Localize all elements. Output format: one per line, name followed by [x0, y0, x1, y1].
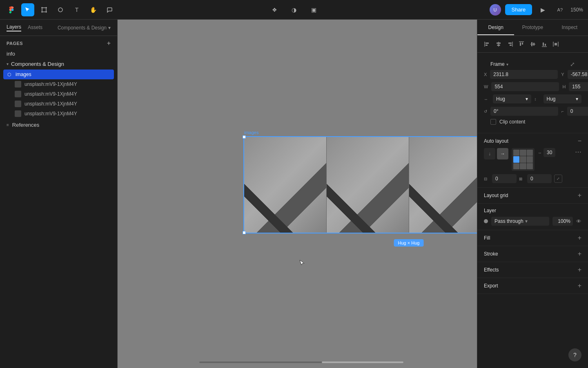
hug-h-select[interactable]: Hug ▾: [543, 94, 582, 103]
radius-input[interactable]: [567, 107, 588, 116]
radius-icon: ⌐: [561, 109, 564, 114]
zoom-level[interactable]: 150%: [570, 7, 583, 13]
components-design-tab[interactable]: Components & Design ▾: [58, 25, 111, 31]
accessibility-button[interactable]: A?: [553, 3, 566, 16]
rotate-input[interactable]: [490, 107, 558, 116]
padding-expand-button[interactable]: ⤢: [554, 175, 562, 183]
spacing-grid[interactable]: [512, 148, 535, 171]
layers-button[interactable]: ▣: [307, 3, 320, 16]
move-tool-button[interactable]: [21, 3, 34, 16]
svg-rect-36: [531, 42, 532, 46]
blend-mode-select[interactable]: Pass through ▾: [491, 217, 549, 226]
avatar[interactable]: U: [490, 4, 501, 16]
shape-tool-button[interactable]: [54, 3, 67, 16]
right-panel: Design Prototype Inspect: [477, 20, 588, 368]
align-center-h-button[interactable]: [494, 39, 503, 49]
hug-w-select[interactable]: Hug ▾: [493, 94, 531, 103]
auto-layout-more-button[interactable]: ⋯: [575, 148, 581, 156]
distribute-h-button[interactable]: [551, 39, 561, 49]
tab-assets[interactable]: Assets: [28, 25, 42, 31]
play-button[interactable]: ▶: [536, 3, 549, 16]
figma-menu-button[interactable]: [5, 3, 18, 16]
visibility-toggle[interactable]: 👁: [576, 218, 581, 224]
frame-title[interactable]: Frame ▾: [490, 61, 508, 67]
hand-tool-button[interactable]: ✋: [87, 3, 100, 16]
w-input[interactable]: [491, 82, 559, 91]
frame-corner-tl[interactable]: [243, 135, 246, 139]
add-export-button[interactable]: +: [578, 282, 581, 289]
tab-prototype[interactable]: Prototype: [514, 20, 551, 35]
hug-row: ↔ Hug ▾ ↕ Hug ▾: [484, 94, 581, 103]
direction-buttons: ↓ →: [484, 148, 508, 159]
layer-image-1[interactable]: unsplash:mV9-1XjnM4Y: [0, 79, 117, 89]
auto-layout-remove-button[interactable]: −: [578, 137, 581, 145]
direction-right-button[interactable]: →: [497, 148, 508, 159]
share-button[interactable]: Share: [505, 4, 532, 15]
add-stroke-button[interactable]: +: [578, 250, 581, 258]
layer-prop-section: Layer Pass through ▾ 100% 👁: [477, 204, 588, 230]
x-input[interactable]: [490, 70, 558, 79]
add-effects-button[interactable]: +: [578, 266, 581, 274]
grid-dot-1: [513, 150, 519, 156]
align-top-button[interactable]: [517, 39, 526, 49]
frame-corner-bl[interactable]: [243, 231, 246, 234]
spacing-row: ↔ 30: [538, 148, 572, 157]
text-tool-button[interactable]: T: [70, 3, 83, 16]
components-button[interactable]: ❖: [268, 3, 281, 16]
clip-content-checkbox[interactable]: [490, 119, 496, 125]
tab-design[interactable]: Design: [477, 20, 514, 35]
theme-button[interactable]: ◑: [287, 3, 301, 16]
auto-layout-section: Auto layout − ↓ →: [477, 133, 588, 188]
add-page-button[interactable]: +: [107, 40, 111, 47]
export-label: Export: [484, 283, 498, 289]
toolbar: T ✋ ❖ ◑ ▣ U Share ▶ A? 150%: [0, 0, 588, 20]
padding-left-input[interactable]: [492, 174, 517, 183]
canvas[interactable]: images: [118, 20, 477, 368]
references-section[interactable]: ≡ References: [0, 119, 117, 131]
tab-layers[interactable]: Layers: [7, 24, 21, 31]
frame-expand-icon[interactable]: ⤢: [570, 61, 575, 67]
svg-rect-39: [543, 43, 544, 46]
help-button[interactable]: ?: [568, 348, 581, 361]
opacity-input[interactable]: 100%: [552, 217, 573, 226]
align-left-button[interactable]: [482, 39, 492, 49]
direction-down-button[interactable]: ↓: [484, 148, 495, 159]
y-input[interactable]: [568, 70, 588, 79]
hug-w-label: Hug: [496, 96, 505, 102]
layer-images[interactable]: ⬡ images: [3, 70, 114, 79]
svg-rect-16: [335, 168, 368, 218]
svg-rect-17: [409, 137, 477, 233]
spacing-input[interactable]: 30: [543, 148, 555, 157]
canvas-scrollbar[interactable]: [118, 361, 477, 364]
frame-header: Frame ▾ ⤢: [484, 57, 581, 70]
add-fill-button[interactable]: +: [578, 234, 581, 242]
frame-tool-button[interactable]: [38, 3, 51, 16]
export-section: Export +: [477, 278, 588, 294]
grid-dot-2: [520, 150, 526, 156]
align-right-button[interactable]: [505, 39, 515, 49]
scrollbar-thumb[interactable]: [322, 361, 403, 363]
padding-right-input[interactable]: [527, 174, 552, 183]
hug-h-icon: ↕: [535, 97, 540, 101]
layer-image-4[interactable]: unsplash:mV9-1XjnM4Y: [0, 109, 117, 119]
align-bottom-button[interactable]: [539, 39, 549, 49]
main-layout: Layers Assets Components & Design ▾ Page…: [0, 20, 588, 368]
right-panel-tabs: Design Prototype Inspect: [477, 20, 588, 36]
page-info[interactable]: info: [0, 49, 117, 58]
h-input[interactable]: [569, 82, 588, 91]
frame-icon: ⬡: [7, 72, 12, 77]
layer-image-2[interactable]: unsplash:mV9-1XjnM4Y: [0, 89, 117, 99]
left-panel: Layers Assets Components & Design ▾ Page…: [0, 20, 118, 368]
tab-inspect[interactable]: Inspect: [551, 20, 588, 35]
clip-content-label: Clip content: [499, 119, 525, 125]
grid-dot-3: [527, 150, 533, 156]
add-layout-grid-button[interactable]: +: [578, 192, 581, 199]
page-components-design[interactable]: ▾ Components & Design: [0, 58, 117, 70]
align-middle-button[interactable]: [528, 39, 538, 49]
frame-dropdown-icon[interactable]: ▾: [506, 62, 508, 67]
comment-tool-button[interactable]: [103, 3, 116, 16]
h-label: H: [562, 84, 566, 89]
layer-image-3[interactable]: unsplash:mV9-1XjnM4Y: [0, 99, 117, 109]
image-icon: [15, 101, 21, 107]
frame-container[interactable]: Hug × Hug: [243, 136, 477, 233]
